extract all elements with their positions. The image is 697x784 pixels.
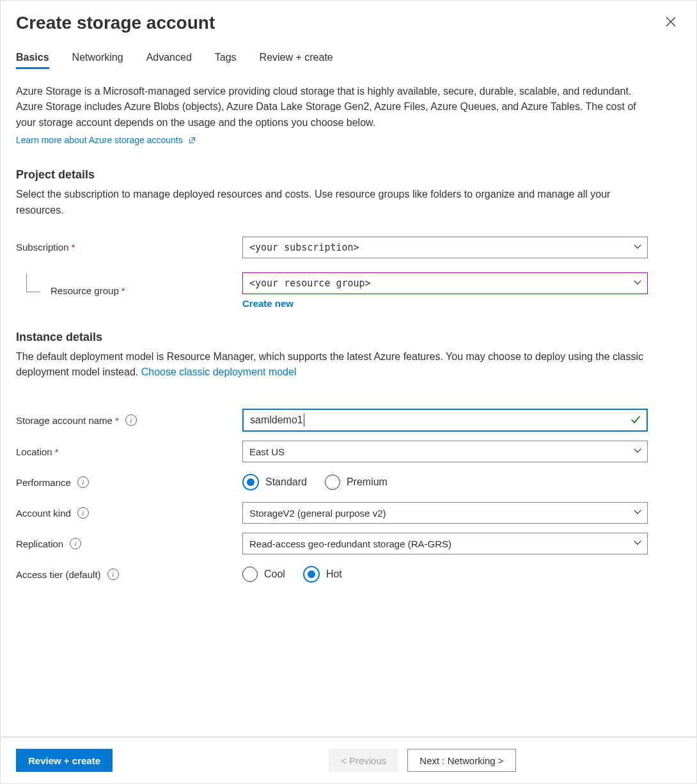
tab-basics[interactable]: Basics (16, 52, 49, 68)
tab-tags[interactable]: Tags (215, 52, 237, 68)
storage-account-name-value: samldemo1 (250, 414, 303, 426)
subscription-label: Subscription (16, 242, 69, 253)
radio-label: Standard (265, 476, 307, 488)
tab-networking[interactable]: Networking (72, 52, 123, 68)
create-storage-account-blade: Create storage account Basics Networking… (0, 0, 697, 784)
footer: Review + create < Previous Next : Networ… (1, 737, 696, 783)
subscription-select[interactable]: <your subscription> (242, 237, 648, 258)
check-icon (630, 414, 641, 427)
performance-radio-standard[interactable]: Standard (242, 474, 307, 490)
review-create-button[interactable]: Review + create (16, 749, 113, 772)
section-instance-details-title: Instance details (16, 331, 681, 344)
close-icon (666, 17, 676, 29)
performance-radio-premium[interactable]: Premium (325, 474, 388, 490)
chevron-down-icon (633, 242, 642, 253)
info-icon[interactable]: i (77, 507, 89, 519)
required-marker: * (121, 285, 125, 296)
text-caret (304, 414, 304, 427)
section-project-details-desc: Select the subscription to manage deploy… (16, 187, 655, 219)
replication-label: Replication (16, 538, 63, 549)
tab-advanced[interactable]: Advanced (146, 52, 192, 68)
required-marker: * (55, 446, 59, 457)
access-tier-radio-group: Cool Hot (242, 563, 681, 585)
info-icon[interactable]: i (107, 568, 119, 580)
page-title: Create storage account (16, 12, 215, 34)
replication-select[interactable]: Read-access geo-redundant storage (RA-GR… (242, 533, 648, 554)
account-kind-value: StorageV2 (general purpose v2) (249, 508, 386, 519)
account-kind-select[interactable]: StorageV2 (general purpose v2) (242, 502, 648, 524)
external-link-icon (188, 136, 196, 146)
section-instance-details-desc: The default deployment model is Resource… (16, 349, 655, 381)
info-icon[interactable]: i (125, 414, 137, 426)
info-icon[interactable]: i (77, 476, 89, 488)
radio-label: Hot (326, 568, 342, 580)
choose-classic-link[interactable]: Choose classic deployment model (141, 366, 297, 377)
intro-text: Azure Storage is a Microsoft-managed ser… (16, 84, 655, 131)
resource-group-value: <your resource group> (249, 278, 371, 289)
subscription-value: <your subscription> (249, 242, 359, 253)
info-icon[interactable]: i (70, 538, 81, 549)
location-select[interactable]: East US (242, 441, 648, 462)
chevron-down-icon (633, 446, 642, 457)
account-kind-label: Account kind (16, 508, 71, 519)
performance-label: Performance (16, 477, 71, 488)
tab-review-create[interactable]: Review + create (260, 52, 333, 68)
instance-details-desc-text: The default deployment model is Resource… (16, 351, 643, 378)
location-label: Location (16, 446, 52, 457)
access-tier-radio-hot[interactable]: Hot (303, 566, 342, 583)
chevron-down-icon (633, 538, 642, 549)
resource-group-select[interactable]: <your resource group> (242, 272, 648, 294)
location-value: East US (249, 446, 285, 457)
chevron-down-icon (633, 278, 642, 288)
chevron-down-icon (633, 508, 642, 519)
storage-account-name-label: Storage account name (16, 415, 113, 426)
storage-account-name-input[interactable]: samldemo1 (242, 409, 648, 432)
replication-value: Read-access geo-redundant storage (RA-GR… (249, 538, 451, 549)
resource-group-label: Resource group (51, 285, 119, 296)
radio-label: Cool (264, 568, 285, 580)
performance-radio-group: Standard Premium (242, 471, 681, 493)
required-marker: * (115, 415, 119, 426)
previous-button: < Previous (329, 749, 398, 772)
tabs: Basics Networking Advanced Tags Review +… (16, 52, 681, 68)
create-new-resource-group-link[interactable]: Create new (242, 298, 294, 309)
learn-more-link-text: Learn more about Azure storage accounts (16, 135, 183, 145)
required-marker: * (72, 242, 75, 253)
radio-label: Premium (347, 476, 388, 488)
close-button[interactable] (661, 12, 681, 33)
section-project-details-title: Project details (16, 168, 681, 182)
access-tier-radio-cool[interactable]: Cool (242, 567, 285, 582)
learn-more-link[interactable]: Learn more about Azure storage accounts (16, 135, 196, 145)
next-button[interactable]: Next : Networking > (407, 749, 515, 772)
access-tier-label: Access tier (default) (16, 569, 101, 580)
